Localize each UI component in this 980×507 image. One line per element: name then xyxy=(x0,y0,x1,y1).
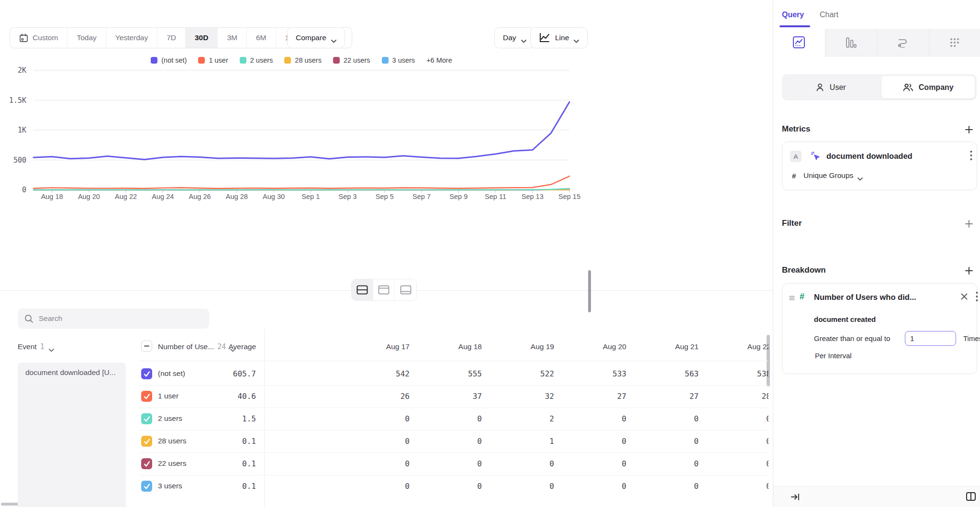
drag-handle-icon[interactable] xyxy=(789,294,795,303)
row-value: 32 xyxy=(492,392,554,401)
company-icon xyxy=(902,83,913,92)
chart-type-line-tab[interactable] xyxy=(773,29,825,56)
metric-kebab-icon[interactable] xyxy=(970,150,972,163)
journeys-icon xyxy=(897,36,909,49)
metric-letter-badge: A xyxy=(790,151,802,162)
side-panel-icon[interactable] xyxy=(966,492,976,503)
select-all-checkbox[interactable] xyxy=(141,341,152,352)
bar-chart-icon xyxy=(845,36,857,49)
event-column-header[interactable]: Event 1 xyxy=(18,342,54,351)
row-checkbox[interactable] xyxy=(141,458,152,469)
close-icon[interactable] xyxy=(960,293,968,302)
row-value: 563 xyxy=(636,369,699,378)
more-chart-types-tab[interactable] xyxy=(929,29,980,56)
row-value: 0 xyxy=(709,459,768,468)
entity-company-option[interactable]: Company xyxy=(881,76,975,99)
interval-button[interactable]: Day xyxy=(494,27,535,48)
tab-query[interactable]: Query xyxy=(782,11,804,19)
main-pane: CustomTodayYesterday7D30D3M6M12MXTD Comp… xyxy=(0,0,773,507)
breakdown-title[interactable]: Number of Users who did... xyxy=(814,293,916,302)
times-value-input[interactable] xyxy=(905,331,956,346)
analytics-dashboard: CustomTodayYesterday7D30D3M6M12MXTD Comp… xyxy=(0,0,980,507)
row-checkbox[interactable] xyxy=(141,481,152,492)
range-label: 6M xyxy=(256,33,267,42)
range-yesterday[interactable]: Yesterday xyxy=(106,28,157,48)
user-option-label: User xyxy=(830,83,846,92)
row-average: 40.6 xyxy=(191,392,256,401)
date-column-header[interactable]: Aug 22 xyxy=(709,342,768,351)
breakdown-card[interactable]: # Number of Users who did... document cr… xyxy=(782,283,977,374)
range-3m[interactable]: 3M xyxy=(218,28,247,48)
row-label: 1 user xyxy=(158,392,178,400)
row-checkbox[interactable] xyxy=(141,368,152,379)
layout-chart-only-button[interactable] xyxy=(373,279,395,300)
date-column-header[interactable]: Aug 17 xyxy=(347,342,410,351)
upper-scrollbar-thumb[interactable] xyxy=(588,270,591,312)
row-value: 0 xyxy=(709,482,768,491)
breakdown-condition-label[interactable]: Greater than or equal to xyxy=(814,334,890,342)
range-label: 7D xyxy=(167,33,176,42)
metric-event-name[interactable]: document downloaded xyxy=(826,152,913,161)
row-value: 0 xyxy=(492,482,554,491)
layout-table-only-button[interactable] xyxy=(395,279,416,300)
row-divider xyxy=(139,475,768,475)
search-input[interactable] xyxy=(39,314,202,323)
date-column-header[interactable]: Aug 19 xyxy=(492,342,554,351)
row-checkbox[interactable] xyxy=(141,413,152,424)
row-value: 0 xyxy=(347,414,410,423)
row-divider xyxy=(139,452,768,453)
row-value: 0 xyxy=(564,482,626,491)
chart-type-tabs xyxy=(773,29,980,56)
event-header-count: 1 xyxy=(40,342,45,351)
row-checkbox[interactable] xyxy=(141,436,152,447)
range-label: 3M xyxy=(227,33,237,42)
measure-selector[interactable]: Unique Groups xyxy=(803,171,863,180)
panel-footer xyxy=(773,486,980,507)
add-metric-button[interactable] xyxy=(963,123,975,136)
row-value: 522 xyxy=(492,369,554,378)
date-column-header[interactable]: Aug 20 xyxy=(564,342,626,351)
chart-type-bar-tab[interactable] xyxy=(825,29,877,56)
add-filter-button[interactable] xyxy=(963,218,975,230)
collapse-panel-icon[interactable] xyxy=(791,493,800,503)
date-column-header[interactable]: Aug 21 xyxy=(636,342,699,351)
breakdown-kebab-icon[interactable] xyxy=(976,291,978,304)
filter-section-title: Filter xyxy=(782,219,802,228)
row-value: 0 xyxy=(636,459,699,468)
range-7d[interactable]: 7D xyxy=(157,28,186,48)
range-custom[interactable]: Custom xyxy=(10,28,67,48)
average-column-header[interactable]: Average xyxy=(191,342,256,351)
x-tick-label: Sep 15 xyxy=(548,193,591,200)
chevron-down-icon xyxy=(574,36,579,40)
times-unit-label: Times xyxy=(963,334,980,342)
row-value: 0 xyxy=(636,482,699,491)
row-value: 0 xyxy=(347,437,410,446)
row-checkbox[interactable] xyxy=(141,391,152,402)
chevron-down-icon xyxy=(521,36,526,40)
row-label: 22 users xyxy=(158,459,186,468)
chart-type-label: Line xyxy=(555,33,569,42)
row-divider xyxy=(139,385,768,386)
per-interval-label[interactable]: Per Interval xyxy=(815,352,852,360)
compare-button[interactable]: Compare xyxy=(287,27,345,48)
range-today[interactable]: Today xyxy=(67,28,106,48)
chart-type-button[interactable]: Line xyxy=(530,27,588,48)
metric-card[interactable]: A document downloaded # Unique Groups xyxy=(782,142,977,190)
event-cell[interactable]: document downloaded [U... xyxy=(18,363,126,507)
entity-user-option[interactable]: User xyxy=(784,76,878,99)
tab-chart[interactable]: Chart xyxy=(820,11,838,19)
journeys-icon-tab[interactable] xyxy=(877,29,929,56)
row-value: 0 xyxy=(420,414,482,423)
row-value: 26 xyxy=(347,392,410,401)
range-6m[interactable]: 6M xyxy=(247,28,276,48)
range-30d[interactable]: 30D xyxy=(186,28,218,48)
row-average: 1.5 xyxy=(191,414,256,423)
line-chart[interactable] xyxy=(0,62,773,201)
row-average: 0.1 xyxy=(191,459,256,468)
date-column-header[interactable]: Aug 18 xyxy=(420,342,482,351)
segmentation-chart-icon xyxy=(792,36,805,49)
add-breakdown-button[interactable] xyxy=(963,265,975,277)
row-value: 0 xyxy=(709,437,768,446)
breakdown-event-name[interactable]: document created xyxy=(814,315,876,323)
layout-split-button[interactable] xyxy=(352,279,373,300)
